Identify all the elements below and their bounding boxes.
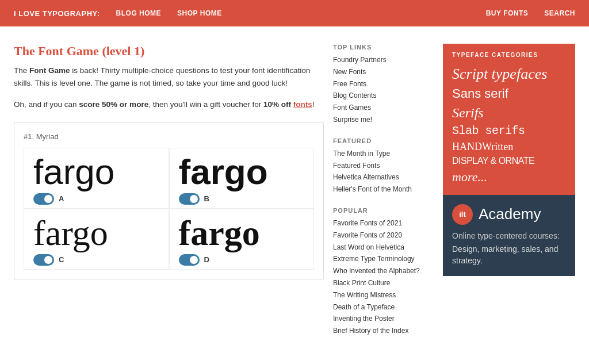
sidebar-title-featured: Featured [333, 137, 434, 144]
sidebar-link-new-fonts[interactable]: New Fonts [333, 67, 434, 77]
sidebar-section-popular: Popular Favorite Fonts of 2021 Favorite … [333, 207, 434, 336]
academy-box: ilt Academy Online type-centered courses… [443, 195, 575, 276]
sidebar-link-fav-2021[interactable]: Favorite Fonts of 2021 [333, 219, 434, 228]
option-letter-c: C [59, 255, 64, 264]
fonts-link[interactable]: fonts [293, 100, 312, 109]
sidebar-link-helvetica-last[interactable]: Last Word on Helvetica [333, 243, 434, 252]
sidebar-link-blog-contents[interactable]: Blog Contents [333, 91, 434, 101]
option-letter-a: A [59, 194, 64, 203]
sidebar-link-month-in-type[interactable]: The Month in Type [333, 149, 434, 159]
typeface-categories-title: Typeface Categories [452, 52, 566, 58]
header-right: Buy Fonts Search [486, 9, 575, 17]
option-letter-b: B [204, 194, 209, 203]
academy-desc2: Design, marketing, sales, and strategy. [452, 244, 566, 266]
sidebar-link-font-games[interactable]: Font Games [333, 103, 434, 113]
sidebar-link-writing-mistress[interactable]: The Writing Mistress [333, 290, 434, 300]
sidebar-link-helvetica-alt[interactable]: Helvetica Alternatives [333, 173, 434, 182]
academy-title: Academy [479, 205, 541, 223]
cat-sans[interactable]: Sans serif [452, 85, 566, 102]
cat-script[interactable]: Script typefaces [452, 64, 566, 84]
cat-display[interactable]: DISPLAY & ORNATE [452, 155, 566, 167]
option-letter-d: D [204, 255, 209, 264]
page-layout: The Font Game (level 1) The Font Game is… [0, 26, 589, 348]
font-option-d: fargo D [169, 209, 315, 270]
sidebar: Top Links Foundry Partners New Fonts Fre… [333, 44, 434, 348]
toggle-row-b: B [179, 193, 209, 205]
quiz-box: #1. Myriad fargo A fargo B [14, 122, 324, 279]
quiz-label: #1. Myriad [24, 132, 314, 141]
cat-hand[interactable]: HANDWritten [452, 140, 566, 154]
article-title: The Font Game (level 1) [14, 44, 324, 59]
main-content: The Font Game (level 1) The Font Game is… [14, 44, 324, 348]
sidebar-link-brief-history[interactable]: Brief History of the Index [333, 326, 434, 336]
font-option-b: fargo B [169, 148, 315, 209]
sidebar-link-inventing-poster[interactable]: Inventing the Poster [333, 314, 434, 324]
font-display-c: fargo [33, 215, 108, 251]
font-display-d: fargo [179, 215, 260, 251]
toggle-row-a: A [33, 193, 64, 205]
nav-buy-fonts[interactable]: Buy Fonts [486, 9, 529, 17]
font-display-a: fargo [33, 154, 114, 190]
sidebar-link-surprise[interactable]: Surprise me! [333, 115, 434, 125]
nav-blog-home[interactable]: Blog Home [116, 9, 162, 17]
font-option-a: fargo A [24, 148, 169, 209]
nav-shop-home[interactable]: Shop Home [177, 9, 222, 17]
score-bold: score 50% or more [79, 100, 148, 109]
toggle-b[interactable] [179, 193, 200, 205]
sidebar-section-top-links: Top Links Foundry Partners New Fonts Fre… [333, 44, 434, 125]
discount-bold: 10% off fonts [263, 100, 312, 109]
toggle-d[interactable] [179, 254, 200, 266]
site-header: I Love Typography: Blog Home Shop Home B… [0, 0, 589, 26]
cat-serif[interactable]: Serifs [452, 104, 566, 122]
sidebar-section-featured: Featured The Month in Type Featured Font… [333, 137, 434, 194]
article-intro: The Font Game is back! Thirty multiple-c… [14, 64, 324, 89]
font-game-bold: Font Game [29, 66, 70, 75]
sidebar-link-extreme-type[interactable]: Extreme Type Terminology [333, 254, 434, 264]
sidebar-link-alphabet[interactable]: Who Invented the Alphabet? [333, 266, 434, 276]
toggle-a[interactable] [33, 193, 54, 205]
sidebar-link-foundry[interactable]: Foundry Partners [333, 55, 434, 65]
font-option-c: fargo C [24, 209, 169, 270]
sidebar-link-featured-fonts[interactable]: Featured Fonts [333, 161, 434, 171]
toggle-row-d: D [179, 254, 209, 266]
cat-slab[interactable]: Slab serifs [452, 123, 566, 139]
right-panel: Typeface Categories Script typefaces San… [443, 44, 575, 348]
academy-desc1: Online type-centered courses: [452, 231, 566, 242]
sidebar-link-heller[interactable]: Heller's Font of the Month [333, 185, 434, 194]
sidebar-link-free-fonts[interactable]: Free Fonts [333, 79, 434, 89]
site-title: I Love Typography: [14, 9, 100, 18]
article-promo: Oh, and if you can score 50% or more, th… [14, 98, 324, 111]
sidebar-link-black-print[interactable]: Black Print Culture [333, 278, 434, 288]
header-left: I Love Typography: Blog Home Shop Home [14, 9, 222, 18]
ilt-logo: ilt [452, 204, 473, 225]
sidebar-link-death-typeface[interactable]: Death of a Typeface [333, 302, 434, 312]
sidebar-title-popular: Popular [333, 207, 434, 214]
nav-search[interactable]: Search [544, 9, 575, 17]
font-grid: fargo A fargo B fargo [24, 148, 314, 270]
cat-more[interactable]: more... [452, 168, 566, 186]
sidebar-title-top-links: Top Links [333, 44, 434, 51]
academy-header: ilt Academy [452, 204, 566, 225]
font-display-b: fargo [179, 154, 268, 190]
sidebar-link-fav-2020[interactable]: Favorite Fonts of 2020 [333, 231, 434, 240]
typeface-categories: Typeface Categories Script typefaces San… [443, 44, 575, 195]
toggle-c[interactable] [33, 254, 54, 266]
toggle-row-c: C [33, 254, 64, 266]
